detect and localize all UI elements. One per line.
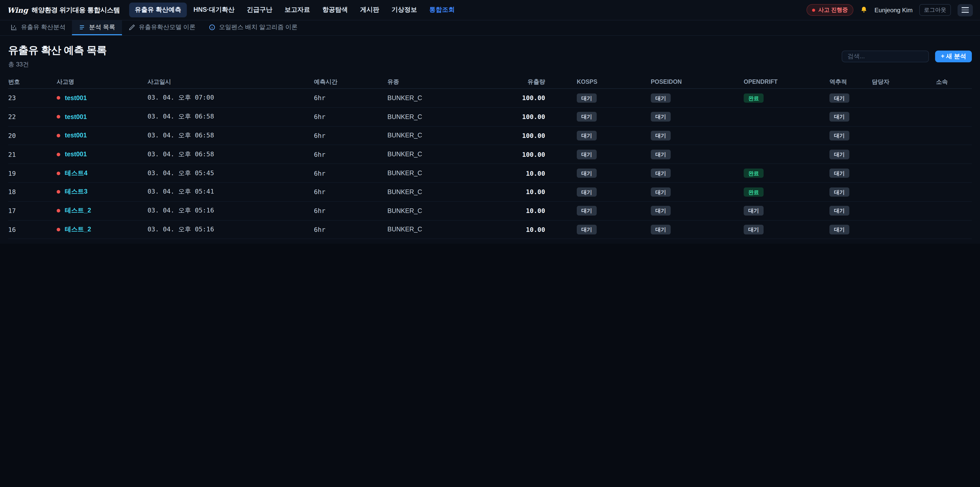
new-analysis-button[interactable]: + 새 분석	[935, 50, 972, 62]
cell-poseidon-status: 대기	[651, 187, 744, 196]
incident-status-dot-icon	[57, 115, 60, 118]
status-badge-wait: 대기	[577, 225, 597, 234]
cell-opendrift-status: 완료	[744, 169, 829, 178]
cell-incident-name: 테스트_2	[57, 206, 148, 215]
incident-status-dot-icon	[57, 228, 60, 232]
cell-forecast-hours: 6hr	[314, 94, 387, 102]
app-root: Wing 해양환경 위기대응 통합시스템 유출유 확산예측HNS·대기확산긴급구…	[0, 0, 980, 244]
tab-1[interactable]: 분석 목록	[72, 21, 122, 35]
cell-kosps-status: 대기	[577, 187, 651, 196]
cell-datetime: 03. 04. 오후 05:41	[148, 188, 314, 196]
incident-status-badge[interactable]: 사고 진행중	[807, 4, 853, 16]
cell-oil-type: BUNKER_C	[387, 188, 484, 196]
cell-backtrack-status: 대기	[829, 225, 872, 234]
incident-status-dot-icon	[57, 190, 60, 194]
cell-datetime: 03. 04. 오후 05:45	[148, 169, 314, 177]
cell-no: 18	[8, 188, 57, 196]
notification-bell-icon[interactable]	[860, 6, 868, 14]
nav-item-1[interactable]: HNS·대기확산	[188, 3, 240, 18]
cell-forecast-hours: 6hr	[314, 169, 387, 177]
cell-backtrack-status: 대기	[829, 93, 872, 103]
status-badge-wait: 대기	[651, 206, 671, 216]
table-row[interactable]: 23test00103. 04. 오후 07:006hrBUNKER_C100.…	[8, 89, 972, 108]
nav-item-0[interactable]: 유출유 확산예측	[129, 3, 187, 18]
user-name: Eunjeong Kim	[875, 6, 913, 14]
column-header-2: 사고일시	[148, 78, 314, 86]
status-badge-wait: 대기	[577, 169, 597, 178]
menu-icon[interactable]	[958, 4, 973, 16]
pen-line-icon	[128, 24, 135, 30]
status-badge-wait: 대기	[651, 93, 671, 103]
incident-name-link[interactable]: 테스트4	[65, 169, 88, 177]
cell-oil-type: BUNKER_C	[387, 207, 484, 214]
cell-backtrack-status: 대기	[829, 206, 872, 216]
nav-item-7[interactable]: 통합조회	[424, 3, 460, 18]
cell-spill-amount: 10.00	[484, 188, 577, 196]
table-row[interactable]: 17테스트_203. 04. 오후 05:166hrBUNKER_C10.00대…	[8, 202, 972, 220]
incident-status-dot-icon	[57, 209, 60, 212]
column-header-10: 담당자	[872, 78, 936, 86]
column-header-6: KOSPS	[577, 79, 651, 85]
tab-label: 분석 목록	[89, 23, 115, 32]
status-badge-wait: 대기	[829, 93, 850, 103]
table-row[interactable]: 20test00103. 04. 오후 06:586hrBUNKER_C100.…	[8, 126, 972, 145]
cell-forecast-hours: 6hr	[314, 188, 387, 196]
cell-datetime: 03. 04. 오후 05:16	[148, 206, 314, 215]
navbar-right: 사고 진행중 Eunjeong Kim 로그아웃	[807, 4, 973, 16]
tab-2[interactable]: 유출유확산모델 이론	[122, 21, 202, 35]
cell-no: 20	[8, 132, 57, 139]
main-nav: 유출유 확산예측HNS·대기확산긴급구난보고자료항공탐색게시판기상정보통합조회	[129, 3, 460, 18]
logout-button[interactable]: 로그아웃	[919, 4, 951, 16]
analysis-table: 번호사고명사고일시예측시간유종유출량KOSPSPOSEIDONOPENDRIFT…	[0, 75, 980, 244]
tab-3[interactable]: 오일펜스 배치 알고리즘 이론	[202, 21, 304, 35]
incident-name-link[interactable]: 테스트_2	[65, 225, 91, 234]
table-row[interactable]: 22test00103. 04. 오후 06:586hrBUNKER_C100.…	[8, 108, 972, 127]
cell-no: 23	[8, 94, 57, 102]
cell-kosps-status: 대기	[577, 93, 651, 103]
cell-poseidon-status: 대기	[651, 169, 744, 178]
table-row[interactable]: 18테스트303. 04. 오후 05:416hrBUNKER_C10.00대기…	[8, 183, 972, 202]
status-badge-wait: 대기	[744, 225, 764, 234]
cell-poseidon-status: 대기	[651, 93, 744, 103]
table-row[interactable]: 19테스트403. 04. 오후 05:456hrBUNKER_C10.00대기…	[8, 164, 972, 183]
incident-dot-icon	[812, 8, 815, 11]
search-input[interactable]	[842, 50, 929, 62]
column-header-8: OPENDRIFT	[744, 79, 829, 85]
cell-spill-amount: 10.00	[484, 169, 577, 177]
incident-name-link[interactable]: 테스트_2	[65, 206, 91, 215]
column-header-9: 역추적	[829, 78, 872, 86]
cell-datetime: 03. 04. 오후 06:58	[148, 112, 314, 121]
nav-item-6[interactable]: 기상정보	[386, 3, 423, 18]
status-badge-wait: 대기	[829, 225, 850, 234]
cell-backtrack-status: 대기	[829, 131, 872, 140]
incident-name-link[interactable]: 테스트3	[65, 188, 88, 196]
incident-name-link[interactable]: test001	[65, 151, 87, 158]
cell-backtrack-status: 대기	[829, 150, 872, 159]
brand[interactable]: Wing 해양환경 위기대응 통합시스템	[7, 5, 120, 14]
table-row[interactable]: 21test00103. 04. 오후 06:586hrBUNKER_C100.…	[8, 145, 972, 164]
nav-item-2[interactable]: 긴급구난	[241, 3, 278, 18]
incident-status-dot-icon	[57, 96, 60, 100]
header-actions: + 새 분석	[842, 50, 972, 62]
nav-item-5[interactable]: 게시판	[355, 3, 385, 18]
cell-datetime: 03. 04. 오후 07:00	[148, 94, 314, 102]
tab-0[interactable]: 유출유 확산분석	[4, 21, 72, 35]
cell-kosps-status: 대기	[577, 225, 651, 234]
table-row[interactable]: 15테스트_203. 04. 오후 05:126hrBUNKER_C10.00대…	[8, 239, 972, 244]
incident-name-link[interactable]: test001	[65, 132, 87, 139]
cell-datetime: 03. 04. 오후 06:58	[148, 150, 314, 159]
cell-incident-name: test001	[57, 151, 148, 158]
brand-logo-icon: Wing	[7, 6, 28, 14]
table-row[interactable]: 16테스트_203. 04. 오후 05:166hrBUNKER_C10.00대…	[8, 220, 972, 239]
nav-item-4[interactable]: 항공탐색	[317, 3, 353, 18]
nav-item-3[interactable]: 보고자료	[279, 3, 316, 18]
status-badge-wait: 대기	[577, 131, 597, 140]
page-title: 유출유 확산 예측 목록	[8, 43, 107, 57]
cell-backtrack-status: 대기	[829, 169, 872, 178]
cell-kosps-status: 대기	[577, 150, 651, 159]
incident-name-link[interactable]: test001	[65, 113, 87, 120]
cell-spill-amount: 10.00	[484, 226, 577, 233]
cell-oil-type: BUNKER_C	[387, 94, 484, 102]
status-badge-wait: 대기	[829, 131, 850, 140]
incident-name-link[interactable]: test001	[65, 94, 87, 102]
